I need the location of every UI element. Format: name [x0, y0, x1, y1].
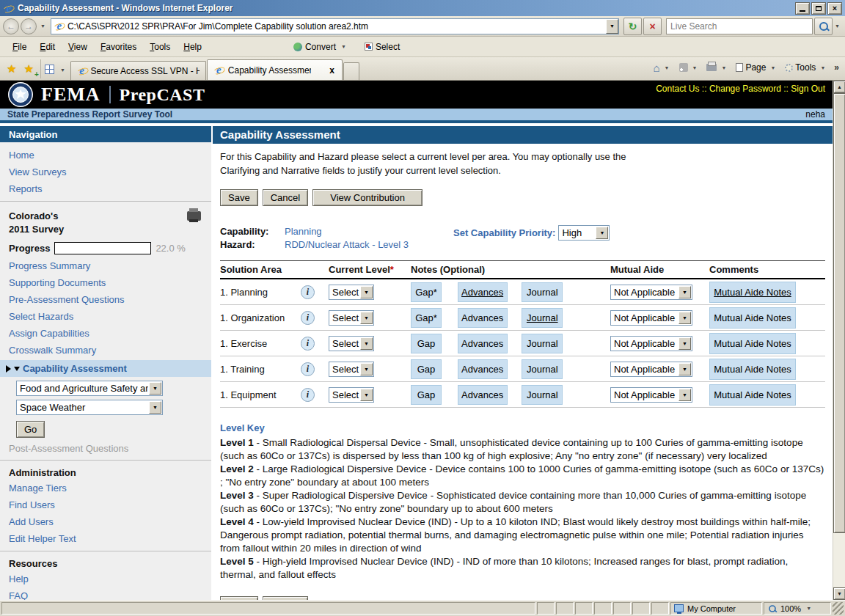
info-icon[interactable]: i: [301, 362, 315, 376]
view-contribution-button[interactable]: View Contribution: [312, 189, 422, 206]
search-button[interactable]: [814, 18, 833, 35]
mutual-aide-notes-button[interactable]: Mutual Aide Notes: [709, 282, 796, 303]
info-icon[interactable]: i: [301, 388, 315, 402]
chevron-down-icon[interactable]: ▼: [678, 337, 691, 350]
current-level-select[interactable]: Select▼: [329, 285, 374, 300]
search-options-dropdown-icon[interactable]: ▼: [833, 23, 842, 29]
chevron-down-icon[interactable]: ▼: [678, 363, 691, 375]
info-icon[interactable]: i: [301, 337, 315, 351]
journal-button[interactable]: Journal: [522, 282, 563, 302]
gap-button[interactable]: Gap: [411, 359, 442, 379]
journal-button[interactable]: Journal: [522, 308, 563, 328]
refresh-button[interactable]: ↻: [623, 18, 642, 35]
gap-button[interactable]: Gap*: [411, 308, 442, 328]
menu-help[interactable]: Help: [177, 40, 208, 54]
capability-link[interactable]: Planning: [285, 225, 322, 238]
minimize-button[interactable]: [795, 2, 810, 15]
chevron-down-icon[interactable]: ▼: [149, 401, 161, 414]
chevron-down-icon[interactable]: ▼: [360, 337, 373, 350]
new-tab-stub[interactable]: [343, 62, 359, 80]
chevron-down-icon[interactable]: ▼: [678, 312, 691, 324]
journal-button[interactable]: Journal: [522, 385, 563, 405]
sidebar-item-help[interactable]: Help: [0, 571, 211, 587]
chevron-down-icon[interactable]: ▼: [596, 227, 608, 239]
more-toolbar-chevron-icon[interactable]: »: [831, 62, 842, 73]
info-icon[interactable]: i: [301, 311, 315, 325]
gap-button[interactable]: Gap*: [411, 282, 442, 302]
scroll-up-icon[interactable]: ▲: [833, 81, 845, 93]
advances-button[interactable]: Advances: [458, 385, 508, 405]
mutual-aide-notes-button[interactable]: Mutual Aide Notes: [709, 359, 796, 380]
scroll-down-icon[interactable]: ▼: [833, 587, 845, 600]
sidebar-item-manage-tiers[interactable]: Manage Tiers: [0, 480, 211, 496]
favorites-center-button[interactable]: ★: [3, 59, 20, 78]
tab-close-icon[interactable]: x: [328, 65, 336, 76]
journal-button[interactable]: Journal: [522, 334, 563, 353]
feeds-button[interactable]: ▼: [676, 59, 703, 76]
priority-select[interactable]: High ▼: [558, 225, 610, 241]
convert-button[interactable]: Convert ▼: [289, 40, 353, 54]
advances-button[interactable]: Advances: [458, 308, 508, 328]
search-input[interactable]: Live Search: [666, 18, 813, 34]
hazard-select[interactable]: Space Weather ▼: [16, 400, 163, 415]
advances-button[interactable]: Advances: [458, 359, 508, 379]
sidebar-item-view-surveys[interactable]: View Surveys: [0, 164, 211, 180]
hazard-link[interactable]: RDD/Nuclear Attack - Level 3: [285, 238, 409, 252]
sidebar-item-supporting-documents[interactable]: Supporting Documents: [0, 274, 211, 291]
sidebar-item-edit-helper-text[interactable]: Edit Helper Text: [0, 530, 211, 547]
scrollbar-thumb[interactable]: [833, 93, 845, 533]
go-button[interactable]: Go: [16, 421, 45, 438]
forward-button[interactable]: →: [21, 18, 37, 34]
advances-button[interactable]: Advances: [458, 334, 508, 353]
mutual-aide-notes-button[interactable]: Mutual Aide Notes: [709, 333, 796, 354]
mutual-aide-select[interactable]: Not Applicable▼: [610, 336, 692, 351]
gap-button[interactable]: Gap: [411, 334, 442, 353]
quick-tabs-button[interactable]: [40, 59, 58, 78]
mutual-aide-select[interactable]: Not Applicable▼: [610, 285, 692, 300]
page-button[interactable]: Page▼: [732, 59, 781, 76]
menu-file[interactable]: File: [6, 40, 33, 54]
home-button[interactable]: ⌂▼: [650, 59, 676, 76]
print-button[interactable]: ▼: [703, 59, 732, 76]
chevron-down-icon[interactable]: ▼: [678, 286, 691, 298]
tab-capability-assessment[interactable]: e Capability Assessment x: [207, 59, 343, 80]
mutual-aide-select[interactable]: Not Applicable▼: [610, 362, 692, 377]
mutual-aide-notes-button[interactable]: Mutual Aide Notes: [709, 384, 796, 406]
sidebar-item-add-users[interactable]: Add Users: [0, 513, 211, 530]
stop-button[interactable]: ×: [643, 18, 662, 35]
chevron-down-icon[interactable]: ▼: [149, 382, 161, 395]
journal-button[interactable]: Journal: [522, 359, 563, 379]
capability-select[interactable]: Food and Agriculture Safety an ▼: [16, 381, 163, 396]
sidebar-item-reports[interactable]: Reports: [0, 180, 211, 197]
sidebar-item-assign-capabilities[interactable]: Assign Capabilities: [0, 325, 211, 342]
sidebar-item-progress-summary[interactable]: Progress Summary: [0, 257, 211, 274]
sign-out-link[interactable]: Sign Out: [791, 84, 825, 94]
mutual-aide-notes-button[interactable]: Mutual Aide Notes: [709, 307, 796, 329]
save-button[interactable]: Save: [220, 189, 258, 206]
mutual-aide-select[interactable]: Not Applicable▼: [610, 387, 692, 403]
menu-tools[interactable]: Tools: [143, 40, 177, 54]
add-favorite-button[interactable]: ★+: [20, 59, 37, 78]
chevron-down-icon[interactable]: ▼: [360, 389, 373, 401]
sidebar-item-capability-assessment[interactable]: Capability Assessment: [0, 360, 211, 377]
sidebar-item-select-hazards[interactable]: Select Hazards: [0, 308, 211, 325]
chevron-down-icon[interactable]: ▼: [678, 389, 691, 401]
chevron-down-icon[interactable]: ▼: [360, 363, 373, 375]
cancel-button[interactable]: Cancel: [263, 189, 308, 206]
contact-us-link[interactable]: Contact Us: [656, 84, 699, 94]
convert-dropdown-icon[interactable]: ▼: [339, 44, 348, 49]
chevron-down-icon[interactable]: ▼: [360, 312, 373, 324]
sidebar-item-faq[interactable]: FAQ: [0, 587, 211, 600]
tools-button[interactable]: Tools▼: [781, 59, 831, 76]
close-button[interactable]: ×: [827, 2, 842, 15]
sidebar-item-crosswalk-summary[interactable]: Crosswalk Summary: [0, 342, 211, 359]
sidebar-item-pre-assessment-questions[interactable]: Pre-Assessment Questions: [0, 291, 211, 308]
advances-button[interactable]: Advances: [458, 282, 508, 302]
history-dropdown-icon[interactable]: ▼: [38, 23, 48, 29]
mutual-aide-select[interactable]: Not Applicable▼: [610, 310, 692, 326]
resize-grip[interactable]: [833, 602, 844, 615]
zoom-control[interactable]: 100% ▼: [764, 602, 831, 615]
sidebar-item-home[interactable]: Home: [0, 147, 211, 164]
print-survey-icon[interactable]: [187, 211, 201, 221]
info-icon[interactable]: i: [301, 285, 315, 299]
